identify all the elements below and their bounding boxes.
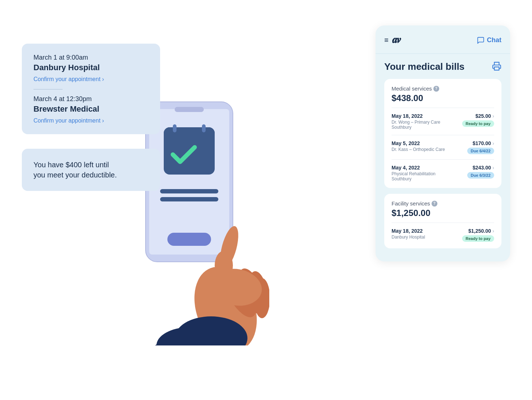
bill-3-amount: $243.00 (473, 165, 491, 171)
bill-2-desc: Dr. Kass – Orthopedic Care (392, 147, 445, 152)
svg-text:𝒂𝒗: 𝒂𝒗 (392, 34, 401, 44)
svg-rect-90 (160, 189, 218, 193)
svg-rect-91 (160, 197, 218, 201)
bills-title: Your medical bills (384, 61, 465, 72)
facility-services-section: Facility services ? $1,250.00 May 18, 20… (384, 194, 501, 248)
bill-3-chevron: › (492, 165, 494, 171)
bill-4-date: May 18, 2022 (392, 228, 425, 234)
svg-rect-106 (495, 67, 499, 70)
medical-services-total: $438.00 (392, 93, 494, 103)
bill-1-desc: Dr. Wong – Primary CareSouthbury (392, 120, 440, 130)
appointments-panel: March 1 at 9:00am Danbury Hospital Confi… (22, 44, 160, 191)
medical-services-label: Medical services ? (392, 85, 494, 92)
bill-4-badge: Ready to pay (462, 235, 494, 242)
print-icon[interactable] (492, 61, 501, 72)
bill-2-badge: Due 6/4/22 (467, 148, 494, 154)
appointment-1-date: March 1 at 9:00am (33, 54, 148, 61)
appointment-2-date: March 4 at 12:30pm (33, 95, 148, 103)
hamburger-icon[interactable]: ≡ (384, 36, 389, 44)
facility-services-total: $1,250.00 (392, 208, 494, 218)
bill-row-1[interactable]: May 18, 2022 Dr. Wong – Primary CareSout… (392, 108, 494, 135)
bills-header: Your medical bills (384, 61, 501, 72)
appointment-2-location: Brewster Medical (33, 104, 148, 114)
facility-services-header: Facility services ? $1,250.00 (392, 200, 494, 218)
bill-1-amount: $25.00 (476, 113, 491, 119)
deductible-text: You have $400 left untilyou meet your de… (33, 160, 148, 180)
appointment-bubble-1: March 1 at 9:00am Danbury Hospital Confi… (22, 44, 160, 134)
bill-3-badge: Due 6/3/22 (467, 172, 494, 179)
svg-rect-88 (173, 124, 176, 132)
chat-button[interactable]: Chat (477, 36, 501, 44)
header-left: ≡ 𝒂𝒗 (384, 33, 407, 47)
svg-rect-93 (175, 107, 204, 112)
bill-1-date: May 18, 2022 (392, 113, 440, 119)
medical-bills-panel: ≡ 𝒂𝒗 Chat Your medical bills (376, 25, 510, 261)
bill-2-amount: $170.00 (473, 140, 491, 146)
bill-4-chevron: › (492, 228, 494, 234)
bill-2-chevron: › (492, 140, 494, 146)
medical-info-icon[interactable]: ? (433, 86, 439, 92)
app-header: ≡ 𝒂𝒗 Chat (376, 25, 510, 54)
bill-3-desc: Physical RehabilitationSouthbury (392, 171, 436, 181)
bill-2-date: May 5, 2022 (392, 140, 445, 146)
bill-3-date: May 4, 2022 (392, 165, 436, 171)
bill-row-3[interactable]: May 4, 2022 Physical RehabilitationSouth… (392, 159, 494, 181)
svg-rect-87 (164, 135, 215, 140)
chat-icon (477, 36, 485, 44)
svg-rect-89 (202, 124, 206, 132)
bill-1-badge: Ready to pay (462, 120, 494, 127)
bill-1-chevron: › (492, 113, 494, 119)
facility-info-icon[interactable]: ? (432, 201, 437, 207)
confirm-appointment-1-link[interactable]: Confirm your appointment › (33, 76, 104, 82)
svg-rect-92 (167, 233, 211, 246)
bill-row-2[interactable]: May 5, 2022 Dr. Kass – Orthopedic Care $… (392, 135, 494, 159)
app-content: Your medical bills Medical services ? $4… (376, 54, 510, 261)
logo-icon: 𝒂𝒗 (392, 33, 407, 47)
bill-row-4[interactable]: May 18, 2022 Danbury Hospital $1,250.00 … (392, 223, 494, 242)
appointment-1-location: Danbury Hospital (33, 63, 148, 72)
medical-services-header: Medical services ? $438.00 (392, 85, 494, 103)
deductible-bubble: You have $400 left untilyou meet your de… (22, 149, 160, 191)
confirm-appointment-2-link[interactable]: Confirm your appointment › (33, 117, 104, 124)
chat-label: Chat (487, 36, 501, 44)
bill-4-amount: $1,250.00 (468, 228, 491, 234)
facility-services-label: Facility services ? (392, 200, 494, 207)
medical-services-section: Medical services ? $438.00 May 18, 2022 … (384, 79, 501, 188)
bill-4-desc: Danbury Hospital (392, 235, 425, 240)
